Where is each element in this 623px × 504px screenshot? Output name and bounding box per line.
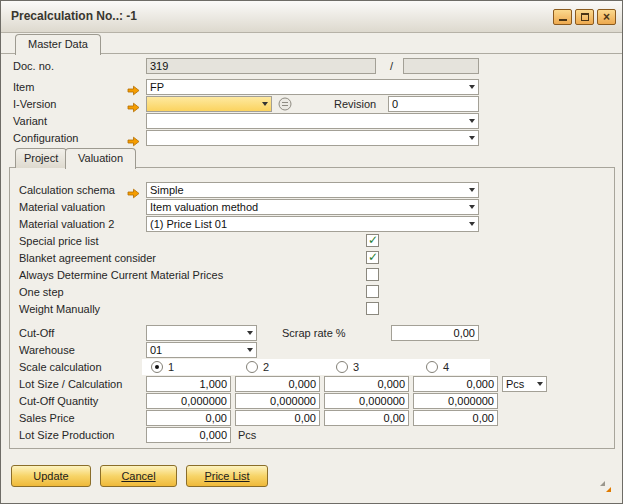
chevron-down-icon[interactable] — [247, 331, 253, 335]
doc-no-separator: / — [390, 58, 393, 74]
material-valuation-combo[interactable]: Item valuation method — [146, 199, 479, 215]
price-list-button-label: Price List — [204, 470, 249, 482]
cut-off-label: Cut-Off — [19, 325, 54, 341]
special-price-list-label: Special price list — [19, 233, 98, 249]
sales-price-field-3[interactable]: 0,00 — [324, 410, 409, 426]
link-arrow-icon[interactable] — [127, 185, 140, 196]
lot-size-calc-field-1[interactable]: 1,000 — [146, 376, 231, 392]
lot-size-production-field[interactable]: 0,000 — [146, 427, 231, 443]
maximize-icon — [581, 13, 589, 21]
cut-off-qty-field-1[interactable]: 0,000000 — [146, 393, 231, 409]
doc-no-suffix-field — [403, 58, 479, 74]
link-arrow-icon[interactable] — [127, 99, 140, 110]
warehouse-combo[interactable]: 01 — [146, 342, 257, 358]
lot-size-unit-combo[interactable]: Pcs — [502, 376, 547, 392]
always-determine-prices-label: Always Determine Current Material Prices — [19, 267, 223, 283]
scale-radio-1[interactable] — [151, 361, 163, 373]
material-valuation-2-combo[interactable]: (1) Price List 01 — [146, 216, 479, 232]
scale-radio-2-label: 2 — [263, 359, 269, 375]
chevron-down-icon[interactable] — [537, 382, 543, 386]
scale-calculation-label: Scale calculation — [19, 359, 102, 375]
scale-radio-3-label: 3 — [353, 359, 359, 375]
doc-no-label: Doc. no. — [13, 58, 54, 74]
chevron-down-icon[interactable] — [469, 205, 475, 209]
lot-size-production-unit: Pcs — [238, 427, 256, 443]
one-step-checkbox[interactable]: ✓ — [366, 285, 379, 298]
blanket-agreement-checkbox[interactable]: ✓ — [366, 251, 379, 264]
chevron-down-icon[interactable] — [469, 136, 475, 140]
doc-no-field: 319 — [146, 58, 376, 74]
weight-manually-checkbox[interactable]: ✓ — [366, 302, 379, 315]
chevron-down-icon[interactable] — [469, 119, 475, 123]
scrap-rate-label: Scrap rate % — [282, 325, 346, 341]
chevron-down-icon[interactable] — [469, 85, 475, 89]
warehouse-value: 01 — [150, 344, 162, 356]
material-valuation-2-label: Material valuation 2 — [19, 216, 114, 232]
sales-price-field-4[interactable]: 0,00 — [413, 410, 498, 426]
window-title: Precalculation No..: -1 — [11, 1, 137, 32]
lot-size-calc-field-3[interactable]: 0,000 — [324, 376, 409, 392]
revision-label: Revision — [334, 96, 376, 112]
cut-off-qty-field-3[interactable]: 0,000000 — [324, 393, 409, 409]
tab-master-data[interactable]: Master Data — [15, 34, 101, 55]
lot-size-unit-value: Pcs — [506, 378, 524, 390]
precalculation-window: Precalculation No..: -1 × Master Data Do… — [0, 0, 623, 504]
material-valuation-2-value: (1) Price List 01 — [150, 218, 227, 230]
scale-radio-1-label: 1 — [168, 359, 174, 375]
close-button[interactable]: × — [597, 9, 616, 25]
one-step-label: One step — [19, 284, 64, 300]
calculation-schema-label: Calculation schema — [19, 182, 115, 198]
configuration-combo[interactable] — [146, 130, 479, 146]
chevron-down-icon[interactable] — [469, 188, 475, 192]
minimize-button[interactable] — [553, 9, 572, 25]
blanket-agreement-label: Blanket agreement consider — [19, 250, 156, 266]
resize-grip-icon[interactable] — [598, 479, 613, 498]
variant-label: Variant — [13, 113, 47, 129]
sales-price-label: Sales Price — [19, 410, 75, 426]
scale-radio-3[interactable] — [336, 361, 348, 373]
lot-size-calc-field-4[interactable]: 0,000 — [413, 376, 498, 392]
window-controls: × — [553, 9, 616, 25]
cut-off-quantity-label: Cut-Off Quantity — [19, 393, 98, 409]
cancel-button[interactable]: Cancel — [100, 465, 177, 487]
calculation-schema-combo[interactable]: Simple — [146, 182, 479, 198]
calculation-schema-value: Simple — [150, 184, 184, 196]
link-arrow-icon[interactable] — [127, 133, 140, 144]
price-list-button[interactable]: Price List — [186, 465, 268, 487]
sales-price-field-1[interactable]: 0,00 — [146, 410, 231, 426]
revision-field[interactable]: 0 — [388, 96, 479, 112]
sales-price-field-2[interactable]: 0,00 — [235, 410, 320, 426]
item-combo[interactable]: FP — [146, 79, 479, 95]
tab-project[interactable]: Project — [15, 148, 67, 168]
link-arrow-icon[interactable] — [127, 82, 140, 93]
chevron-down-icon[interactable] — [469, 222, 475, 226]
cancel-button-label: Cancel — [121, 470, 155, 482]
minimize-icon — [559, 19, 567, 21]
update-button[interactable]: Update — [11, 465, 91, 487]
variant-combo[interactable] — [146, 113, 479, 129]
always-determine-prices-checkbox[interactable]: ✓ — [366, 268, 379, 281]
configuration-label: Configuration — [13, 130, 78, 146]
cut-off-qty-field-2[interactable]: 0,000000 — [235, 393, 320, 409]
lot-size-calc-field-2[interactable]: 0,000 — [235, 376, 320, 392]
close-icon: × — [598, 10, 615, 24]
special-price-list-checkbox[interactable]: ✓ — [366, 234, 379, 247]
item-label: Item — [13, 79, 34, 95]
weight-manually-label: Weight Manually — [19, 301, 100, 317]
tab-valuation[interactable]: Valuation — [65, 148, 136, 169]
chevron-down-icon[interactable] — [247, 348, 253, 352]
checkmark-icon: ✓ — [368, 233, 378, 247]
iversion-combo[interactable] — [146, 96, 272, 112]
material-valuation-label: Material valuation — [19, 199, 105, 215]
cut-off-qty-field-4[interactable]: 0,000000 — [413, 393, 498, 409]
chevron-down-icon[interactable] — [262, 102, 268, 106]
lot-size-calculation-label: Lot Size / Calculation — [19, 376, 122, 392]
iversion-label: I-Version — [13, 96, 56, 112]
scrap-rate-field[interactable]: 0,00 — [391, 325, 479, 341]
scale-radio-4[interactable] — [426, 361, 438, 373]
radio-dot — [155, 365, 159, 369]
scale-radio-2[interactable] — [246, 361, 258, 373]
titlebar: Precalculation No..: -1 × — [1, 1, 622, 33]
cut-off-combo[interactable] — [146, 325, 257, 341]
maximize-button[interactable] — [575, 9, 594, 25]
